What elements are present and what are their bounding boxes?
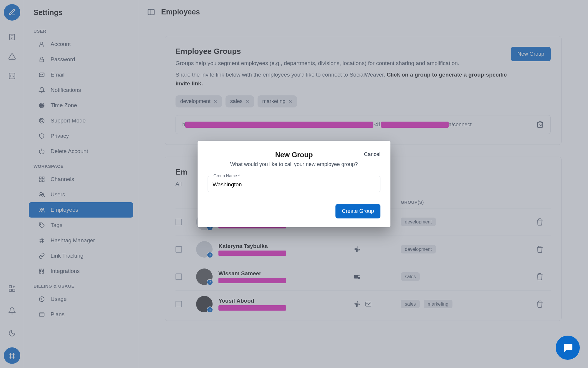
chat-icon (562, 342, 573, 353)
new-group-modal: Cancel New Group What would you like to … (198, 141, 390, 227)
cancel-button[interactable]: Cancel (364, 151, 380, 158)
chat-fab[interactable] (556, 336, 580, 360)
modal-overlay[interactable]: Cancel New Group What would you like to … (0, 0, 588, 368)
modal-subtitle: What would you like to call your new emp… (208, 161, 380, 168)
create-group-button[interactable]: Create Group (335, 204, 380, 218)
group-name-field-wrap: Group Name * (208, 176, 380, 192)
modal-title: New Group (208, 151, 380, 159)
input-label: Group Name * (212, 173, 241, 178)
group-name-input[interactable] (208, 176, 380, 192)
